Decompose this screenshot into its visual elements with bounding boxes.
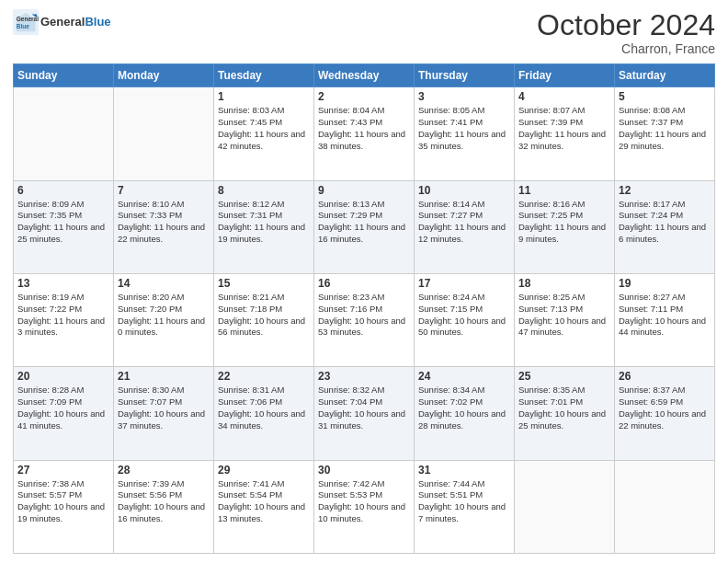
weekday-header-saturday: Saturday xyxy=(615,64,715,87)
calendar-empty-cell xyxy=(515,460,615,553)
calendar-day-cell: 30Sunrise: 7:42 AMSunset: 5:53 PMDayligh… xyxy=(314,460,415,553)
day-info: Sunrise: 8:24 AMSunset: 7:15 PMDaylight:… xyxy=(418,292,510,339)
day-info: Sunrise: 8:34 AMSunset: 7:02 PMDaylight:… xyxy=(418,385,510,431)
day-info: Sunrise: 8:31 AMSunset: 7:06 PMDaylight:… xyxy=(218,385,310,431)
day-number: 7 xyxy=(118,184,210,197)
day-number: 20 xyxy=(17,370,109,383)
day-number: 1 xyxy=(218,90,310,103)
weekday-header-wednesday: Wednesday xyxy=(314,64,415,87)
day-number: 4 xyxy=(518,90,610,103)
day-number: 9 xyxy=(318,184,410,197)
weekday-header-friday: Friday xyxy=(515,64,615,87)
day-info: Sunrise: 8:03 AMSunset: 7:45 PMDaylight:… xyxy=(218,105,310,152)
day-number: 15 xyxy=(218,277,310,290)
calendar-day-cell: 20Sunrise: 8:28 AMSunset: 7:09 PMDayligh… xyxy=(14,367,114,460)
day-info: Sunrise: 8:05 AMSunset: 7:41 PMDaylight:… xyxy=(418,105,510,152)
day-info: Sunrise: 7:42 AMSunset: 5:53 PMDaylight:… xyxy=(318,478,410,525)
calendar-day-cell: 3Sunrise: 8:05 AMSunset: 7:41 PMDaylight… xyxy=(415,87,515,180)
calendar-day-cell: 14Sunrise: 8:20 AMSunset: 7:20 PMDayligh… xyxy=(114,273,214,366)
calendar-day-cell: 11Sunrise: 8:16 AMSunset: 7:25 PMDayligh… xyxy=(515,180,615,273)
calendar-day-cell: 24Sunrise: 8:34 AMSunset: 7:02 PMDayligh… xyxy=(415,367,515,460)
day-info: Sunrise: 8:37 AMSunset: 6:59 PMDaylight:… xyxy=(619,385,711,431)
day-number: 8 xyxy=(218,184,310,197)
calendar-week-row: 20Sunrise: 8:28 AMSunset: 7:09 PMDayligh… xyxy=(14,367,715,460)
calendar-day-cell: 17Sunrise: 8:24 AMSunset: 7:15 PMDayligh… xyxy=(415,273,515,366)
calendar-week-row: 27Sunrise: 7:38 AMSunset: 5:57 PMDayligh… xyxy=(14,460,715,553)
weekday-header-thursday: Thursday xyxy=(415,64,515,87)
weekday-header-sunday: Sunday xyxy=(14,64,114,87)
calendar-day-cell: 16Sunrise: 8:23 AMSunset: 7:16 PMDayligh… xyxy=(314,273,415,366)
day-info: Sunrise: 7:38 AMSunset: 5:57 PMDaylight:… xyxy=(17,478,109,525)
calendar-week-row: 13Sunrise: 8:19 AMSunset: 7:22 PMDayligh… xyxy=(14,273,715,366)
day-info: Sunrise: 8:28 AMSunset: 7:09 PMDaylight:… xyxy=(17,385,109,431)
day-number: 24 xyxy=(418,370,510,383)
day-info: Sunrise: 8:07 AMSunset: 7:39 PMDaylight:… xyxy=(518,105,610,152)
day-number: 12 xyxy=(619,184,711,197)
day-number: 31 xyxy=(418,464,510,477)
day-number: 10 xyxy=(418,184,510,197)
day-info: Sunrise: 8:09 AMSunset: 7:35 PMDaylight:… xyxy=(17,199,109,246)
calendar-day-cell: 5Sunrise: 8:08 AMSunset: 7:37 PMDaylight… xyxy=(615,87,715,180)
weekday-header-tuesday: Tuesday xyxy=(214,64,314,87)
calendar-day-cell: 29Sunrise: 7:41 AMSunset: 5:54 PMDayligh… xyxy=(214,460,314,553)
day-number: 2 xyxy=(318,90,410,103)
day-number: 23 xyxy=(318,370,410,383)
calendar-header-row: SundayMondayTuesdayWednesdayThursdayFrid… xyxy=(14,64,715,87)
day-info: Sunrise: 8:32 AMSunset: 7:04 PMDaylight:… xyxy=(318,385,410,431)
day-number: 16 xyxy=(318,277,410,290)
day-info: Sunrise: 8:12 AMSunset: 7:31 PMDaylight:… xyxy=(218,199,310,246)
svg-text:Blue: Blue xyxy=(17,23,29,29)
logo: General Blue GeneralBlue xyxy=(13,9,111,35)
day-number: 27 xyxy=(17,464,109,477)
calendar-day-cell: 25Sunrise: 8:35 AMSunset: 7:01 PMDayligh… xyxy=(515,367,615,460)
title-area: October 2024 Charron, France xyxy=(537,9,715,56)
calendar-day-cell: 8Sunrise: 8:12 AMSunset: 7:31 PMDaylight… xyxy=(214,180,314,273)
day-info: Sunrise: 8:21 AMSunset: 7:18 PMDaylight:… xyxy=(218,292,310,339)
calendar-day-cell: 1Sunrise: 8:03 AMSunset: 7:45 PMDaylight… xyxy=(214,87,314,180)
logo-icon: General Blue xyxy=(13,9,39,35)
day-info: Sunrise: 7:41 AMSunset: 5:54 PMDaylight:… xyxy=(218,478,310,525)
calendar-day-cell: 31Sunrise: 7:44 AMSunset: 5:51 PMDayligh… xyxy=(415,460,515,553)
day-info: Sunrise: 8:14 AMSunset: 7:27 PMDaylight:… xyxy=(418,199,510,246)
calendar-day-cell: 19Sunrise: 8:27 AMSunset: 7:11 PMDayligh… xyxy=(615,273,715,366)
day-info: Sunrise: 8:19 AMSunset: 7:22 PMDaylight:… xyxy=(17,292,109,339)
day-info: Sunrise: 8:30 AMSunset: 7:07 PMDaylight:… xyxy=(118,385,210,431)
day-info: Sunrise: 8:08 AMSunset: 7:37 PMDaylight:… xyxy=(619,105,711,152)
page-header: General Blue GeneralBlue October 2024 Ch… xyxy=(13,9,715,56)
day-info: Sunrise: 8:10 AMSunset: 7:33 PMDaylight:… xyxy=(118,199,210,246)
calendar-day-cell: 26Sunrise: 8:37 AMSunset: 6:59 PMDayligh… xyxy=(615,367,715,460)
day-number: 19 xyxy=(619,277,711,290)
location: Charron, France xyxy=(537,41,715,56)
day-number: 25 xyxy=(518,370,610,383)
calendar-empty-cell xyxy=(114,87,214,180)
calendar-empty-cell xyxy=(615,460,715,553)
day-info: Sunrise: 8:16 AMSunset: 7:25 PMDaylight:… xyxy=(518,199,610,246)
calendar-week-row: 6Sunrise: 8:09 AMSunset: 7:35 PMDaylight… xyxy=(14,180,715,273)
calendar-week-row: 1Sunrise: 8:03 AMSunset: 7:45 PMDaylight… xyxy=(14,87,715,180)
day-info: Sunrise: 8:20 AMSunset: 7:20 PMDaylight:… xyxy=(118,292,210,339)
day-number: 21 xyxy=(118,370,210,383)
day-info: Sunrise: 8:25 AMSunset: 7:13 PMDaylight:… xyxy=(518,292,610,339)
logo-blue: Blue xyxy=(85,15,110,29)
calendar-day-cell: 9Sunrise: 8:13 AMSunset: 7:29 PMDaylight… xyxy=(314,180,415,273)
day-info: Sunrise: 8:27 AMSunset: 7:11 PMDaylight:… xyxy=(619,292,711,339)
calendar-day-cell: 12Sunrise: 8:17 AMSunset: 7:24 PMDayligh… xyxy=(615,180,715,273)
day-number: 30 xyxy=(318,464,410,477)
day-number: 13 xyxy=(17,277,109,290)
day-info: Sunrise: 8:35 AMSunset: 7:01 PMDaylight:… xyxy=(518,385,610,431)
calendar-day-cell: 7Sunrise: 8:10 AMSunset: 7:33 PMDaylight… xyxy=(114,180,214,273)
day-info: Sunrise: 8:17 AMSunset: 7:24 PMDaylight:… xyxy=(619,199,711,246)
day-number: 26 xyxy=(619,370,711,383)
calendar-day-cell: 15Sunrise: 8:21 AMSunset: 7:18 PMDayligh… xyxy=(214,273,314,366)
calendar-day-cell: 10Sunrise: 8:14 AMSunset: 7:27 PMDayligh… xyxy=(415,180,515,273)
day-number: 29 xyxy=(218,464,310,477)
day-info: Sunrise: 8:04 AMSunset: 7:43 PMDaylight:… xyxy=(318,105,410,152)
day-info: Sunrise: 7:44 AMSunset: 5:51 PMDaylight:… xyxy=(418,478,510,525)
day-number: 28 xyxy=(118,464,210,477)
calendar-day-cell: 21Sunrise: 8:30 AMSunset: 7:07 PMDayligh… xyxy=(114,367,214,460)
day-info: Sunrise: 8:13 AMSunset: 7:29 PMDaylight:… xyxy=(318,199,410,246)
day-number: 22 xyxy=(218,370,310,383)
calendar-day-cell: 22Sunrise: 8:31 AMSunset: 7:06 PMDayligh… xyxy=(214,367,314,460)
weekday-header-monday: Monday xyxy=(114,64,214,87)
day-number: 11 xyxy=(518,184,610,197)
